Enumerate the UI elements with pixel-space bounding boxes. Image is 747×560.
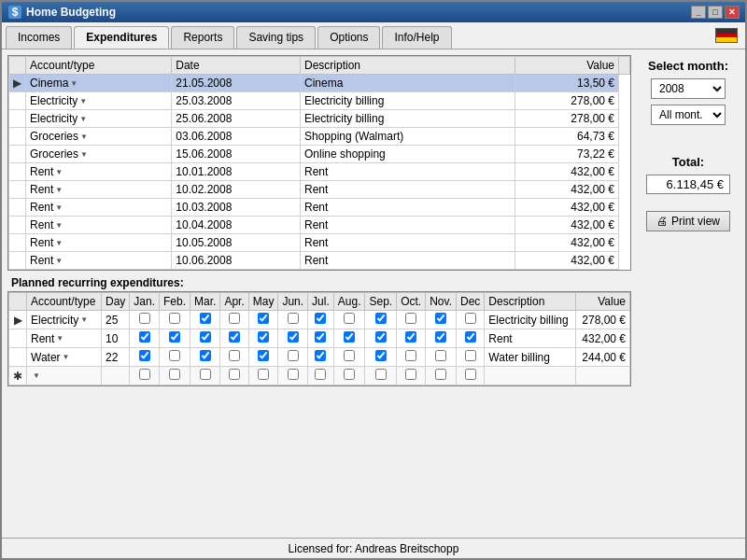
month-checkbox[interactable] [288,331,299,343]
table-row[interactable]: Rent ▼ 10.01.2008 Rent 432,00 € [9,163,630,181]
month-checkbox[interactable] [344,331,355,343]
month-checkbox[interactable] [169,350,180,361]
planned-dropdown-arrow[interactable]: ▼ [56,334,63,343]
dropdown-arrow[interactable]: ▼ [80,133,88,141]
empty-month-cell [220,367,248,385]
table-row[interactable]: Rent ▼ 10.02.2008 Rent 432,00 € [9,181,630,199]
dropdown-arrow[interactable]: ▼ [55,168,63,176]
new-month-checkbox[interactable] [200,369,211,380]
month-checkbox[interactable] [139,331,150,343]
month-checkbox[interactable] [435,313,446,324]
month-checkbox[interactable] [288,313,299,324]
month-checkbox[interactable] [200,350,211,361]
month-checkbox[interactable] [315,350,326,361]
month-checkbox[interactable] [229,313,240,324]
new-month-checkbox[interactable] [258,369,269,380]
month-checkbox[interactable] [405,331,416,343]
new-month-checkbox[interactable] [344,369,355,380]
table-row[interactable]: Rent ▼ 10.03.2008 Rent 432,00 € [9,199,630,217]
dropdown-arrow[interactable]: ▼ [79,115,87,123]
month-checkbox[interactable] [229,331,240,343]
language-flag[interactable] [715,28,738,43]
month-checkbox[interactable] [465,313,476,324]
maximize-button[interactable]: □ [708,6,723,19]
month-checkbox[interactable] [139,350,150,361]
right-panel: Select month: 2008 2009 2007 All mont. J… [637,55,740,532]
dropdown-arrow[interactable]: ▼ [80,150,88,159]
month-checkbox[interactable] [344,313,355,324]
month-checkbox[interactable] [169,313,180,324]
new-month-checkbox[interactable] [375,369,387,380]
dropdown-arrow[interactable]: ▼ [55,203,63,212]
month-checkbox[interactable] [405,313,416,324]
table-row[interactable]: Electricity ▼ 25.03.2008 Electricity bil… [9,92,630,110]
dropdown-arrow[interactable]: ▼ [55,257,63,265]
table-row[interactable]: Electricity ▼ 25.06.2008 Electricity bil… [9,110,630,128]
month-checkbox[interactable] [139,313,150,324]
month-checkbox[interactable] [258,350,269,361]
year-select[interactable]: 2008 2009 2007 [651,78,726,99]
month-checkbox[interactable] [344,350,355,361]
planned-dropdown-arrow[interactable]: ▼ [63,353,70,361]
month-checkbox[interactable] [435,350,446,361]
minimize-button[interactable]: _ [691,6,706,19]
main-content: Account/type Date Description Value ▶ Ci… [2,49,745,538]
month-checkbox[interactable] [465,350,476,361]
new-month-checkbox[interactable] [315,369,326,380]
month-checkbox[interactable] [258,331,269,343]
month-checkbox[interactable] [315,313,326,324]
tab-reports[interactable]: Reports [171,26,234,49]
month-checkbox[interactable] [405,350,416,361]
month-checkbox[interactable] [375,350,387,361]
tab-options[interactable]: Options [317,26,380,49]
dropdown-arrow[interactable]: ▼ [79,97,87,105]
table-row[interactable]: Rent ▼ 10.04.2008 Rent 432,00 € [9,217,630,234]
dropdown-arrow[interactable]: ▼ [55,186,63,194]
month-checkbox[interactable] [465,331,476,343]
dropdown-arrow[interactable]: ▼ [55,221,63,230]
planned-dropdown-arrow[interactable]: ▼ [80,315,88,324]
tab-saving-tips[interactable]: Saving tips [236,26,316,49]
month-checkbox[interactable] [288,350,299,361]
planned-row[interactable]: Water ▼ 22 Water billing 244,00 € [9,348,630,367]
new-month-checkbox[interactable] [435,369,446,380]
new-dropdown-arrow[interactable]: ▼ [33,371,40,380]
close-button[interactable]: ✕ [725,6,740,19]
month-checkbox[interactable] [375,331,387,343]
planned-desc-cell: Electricity billing [485,311,576,329]
account-cell: Groceries ▼ [26,146,172,163]
expenditures-table-scroll[interactable]: Account/type Date Description Value ▶ Ci… [8,56,630,270]
account-cell: Rent ▼ [26,181,172,199]
table-row[interactable]: Rent ▼ 10.06.2008 Rent 432,00 € [9,252,630,270]
tab-expenditures[interactable]: Expenditures [74,26,169,49]
planned-row[interactable]: Rent ▼ 10 Rent 432,00 € [9,329,630,348]
table-row[interactable]: ▶ Cinema ▼ 21.05.2008 Cinema 13,50 € [9,75,630,92]
month-checkbox[interactable] [315,331,326,343]
month-checkbox[interactable] [375,313,387,324]
new-month-checkbox[interactable] [139,369,150,380]
month-checkbox[interactable] [200,331,211,343]
planned-table-scroll[interactable]: Account/type Day Jan. Feb. Mar. Apr. May… [8,292,630,385]
table-row[interactable]: Groceries ▼ 03.06.2008 Shopping (Walmart… [9,128,630,146]
tab-info-help[interactable]: Info/Help [382,26,451,49]
new-month-checkbox[interactable] [169,369,180,380]
new-month-checkbox[interactable] [405,369,416,380]
month-select[interactable]: All mont. January February March April M… [651,105,726,125]
dropdown-arrow[interactable]: ▼ [55,239,63,247]
dropdown-arrow[interactable]: ▼ [70,79,78,88]
table-row[interactable]: Rent ▼ 10.05.2008 Rent 432,00 € [9,234,630,252]
table-row[interactable]: Groceries ▼ 15.06.2008 Online shopping 7… [9,146,630,163]
new-planned-row[interactable]: ✱ ▼ [9,367,630,385]
print-view-button[interactable]: 🖨 Print view [646,211,730,231]
month-checkbox[interactable] [200,313,211,324]
account-cell: Rent ▼ [26,217,172,234]
month-checkbox[interactable] [435,331,446,343]
month-checkbox[interactable] [229,350,240,361]
month-checkbox[interactable] [169,331,180,343]
new-month-checkbox[interactable] [288,369,299,380]
planned-row[interactable]: ▶ Electricity ▼ 25 Electricity billing 2… [9,311,630,329]
tab-incomes[interactable]: Incomes [6,26,72,49]
new-month-checkbox[interactable] [465,369,476,380]
month-checkbox[interactable] [258,313,269,324]
new-month-checkbox[interactable] [229,369,240,380]
